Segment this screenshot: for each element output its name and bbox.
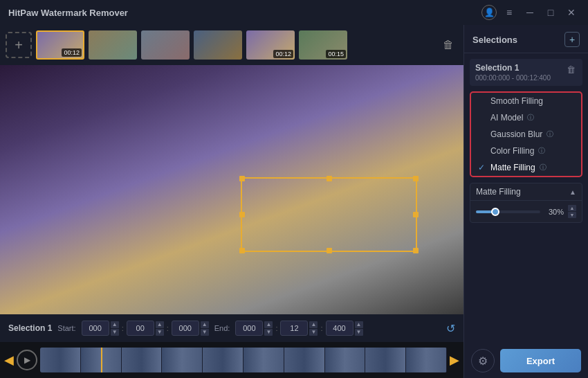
end-hours[interactable]: 000 [235,321,263,336]
matte-info-icon[interactable]: ⓘ [540,163,546,172]
start-mins[interactable]: 00 [127,321,154,336]
selection-item-time: 000:00:000 - 000:12:400 [475,74,551,82]
matte-check: ✓ [478,163,488,172]
end-time-group: 000 ▲ ▼ : 12 ▲ ▼ : 400 ▲ ▼ [235,321,362,336]
fill-method-gaussion[interactable]: Gaussion Blur ⓘ [471,126,581,143]
selection-label: Selection 1 [8,323,52,333]
ai-info-icon[interactable]: ⓘ [527,113,534,123]
timeline-right-arrow[interactable]: ▶ [450,352,459,368]
settings-button[interactable]: ⚙ [471,349,495,372]
profile-icon[interactable]: 👤 [481,5,497,20]
gaussion-check [478,129,488,139]
selection-item-delete[interactable]: 🗑 [565,63,577,76]
thumbnail-5-time: 00:12 [273,50,293,58]
fill-method-smooth[interactable]: Smooth Filling [471,93,581,109]
handle-bottom-left[interactable] [239,248,245,253]
start-secs-spinner: ▲ ▼ [201,321,209,336]
titlebar: HitPaw Watermark Remover 👤 ≡ ─ □ ✕ [0,0,588,25]
matte-dropdown-label: Matte Filling [476,187,569,197]
end-mins-down[interactable]: ▼ [309,329,318,336]
maximize-icon[interactable]: □ [542,4,559,21]
menu-icon[interactable]: ≡ [501,4,517,21]
tframe-6 [244,348,284,372]
matte-dropdown[interactable]: Matte Filling ▲ [470,183,582,201]
start-mins-spinner: ▲ ▼ [156,321,164,336]
timeline-left-arrow[interactable]: ◀ [4,352,14,368]
end-hours-down[interactable]: ▼ [264,329,273,336]
matte-value-up[interactable]: ▲ [568,205,576,211]
add-selection-button[interactable]: + [564,32,580,47]
matte-slider-thumb[interactable] [491,208,499,216]
handle-top-mid[interactable] [327,176,332,181]
selection-item-1[interactable]: Selection 1 000:00:000 - 000:12:400 🗑 [470,59,582,86]
minimize-icon[interactable]: ─ [522,4,538,21]
tframe-8 [325,348,366,372]
thumbnail-1[interactable]: 00:12 [36,30,84,60]
selection-box[interactable] [241,177,417,252]
add-media-button[interactable]: + [6,32,32,58]
handle-top-right[interactable] [413,176,419,181]
matte-settings: Matte Filling ▲ 30% ▲ ▼ [470,183,582,223]
fill-method-color[interactable]: Color Filling ⓘ [471,143,581,159]
start-hours[interactable]: 000 [82,321,109,336]
strip-delete-button[interactable]: 🗑 [439,36,458,54]
handle-mid-left[interactable] [239,212,245,217]
selections-header: Selections + [464,25,588,53]
thumbnail-6[interactable]: 00:15 [299,30,347,60]
fill-methods-box: Smooth Filling AI Model ⓘ Gaussion Blur … [470,91,582,177]
colon-1: : [122,324,124,332]
color-label: Color Filling [490,146,534,156]
play-button[interactable]: ▶ [17,350,37,370]
end-mins-up[interactable]: ▲ [309,321,318,328]
smooth-check [478,96,488,106]
end-mins[interactable]: 12 [280,321,308,336]
tframe-9 [365,348,406,372]
start-hours-down[interactable]: ▼ [111,329,119,336]
titlebar-icons: 👤 ≡ ─ □ ✕ [481,4,580,21]
left-panel: + 00:12 00:12 00:15 🗑 [0,25,463,378]
matte-slider-track[interactable] [476,210,540,213]
start-secs-up[interactable]: ▲ [201,321,209,328]
fill-method-ai[interactable]: AI Model ⓘ [471,109,581,126]
tframe-1 [40,348,81,372]
close-icon[interactable]: ✕ [563,4,580,21]
timeline-playhead[interactable] [101,348,102,372]
color-info-icon[interactable]: ⓘ [538,146,545,156]
thumbnail-2[interactable] [89,30,137,60]
reset-time-button[interactable]: ↺ [446,322,455,335]
gaussion-info-icon[interactable]: ⓘ [546,129,553,139]
thumbnail-4[interactable] [194,30,242,60]
right-bottom: ⚙ Export [464,343,588,378]
handle-mid-right[interactable] [413,212,419,217]
colon-3: : [275,324,277,332]
color-check [478,146,488,156]
start-mins-up[interactable]: ▲ [156,321,164,328]
ai-check [478,113,488,123]
handle-bottom-right[interactable] [413,248,419,253]
end-secs[interactable]: 400 [326,321,353,336]
thumbnail-5[interactable]: 00:12 [246,30,295,60]
selection-item-name: Selection 1 [475,63,551,73]
start-mins-down[interactable]: ▼ [156,329,164,336]
start-secs-down[interactable]: ▼ [201,329,209,336]
fill-method-matte[interactable]: ✓ Matte Filling ⓘ [471,159,581,176]
start-hours-up[interactable]: ▲ [111,321,119,328]
end-secs-up[interactable]: ▲ [355,321,363,328]
end-hours-up[interactable]: ▲ [264,321,273,328]
handle-top-left[interactable] [239,176,245,181]
thumbnail-3[interactable] [141,30,190,60]
matte-label: Matte Filling [490,163,535,172]
end-secs-spinner: ▲ ▼ [355,321,363,336]
export-button[interactable]: Export [500,349,581,372]
matte-slider-row: 30% ▲ ▼ [470,201,582,222]
end-secs-down[interactable]: ▼ [355,329,363,336]
main-layout: + 00:12 00:12 00:15 🗑 [0,25,588,378]
thumbnail-6-time: 00:15 [326,50,346,58]
start-secs[interactable]: 000 [172,321,199,336]
handle-bottom-mid[interactable] [327,248,332,253]
matte-value-down[interactable]: ▼ [568,212,576,218]
thumbnail-1-time: 00:12 [62,48,82,57]
timeline-track[interactable] [40,348,447,372]
selection-item-info: Selection 1 000:00:000 - 000:12:400 [475,63,551,82]
start-time-group: 000 ▲ ▼ : 00 ▲ ▼ : 000 ▲ ▼ [82,321,209,336]
